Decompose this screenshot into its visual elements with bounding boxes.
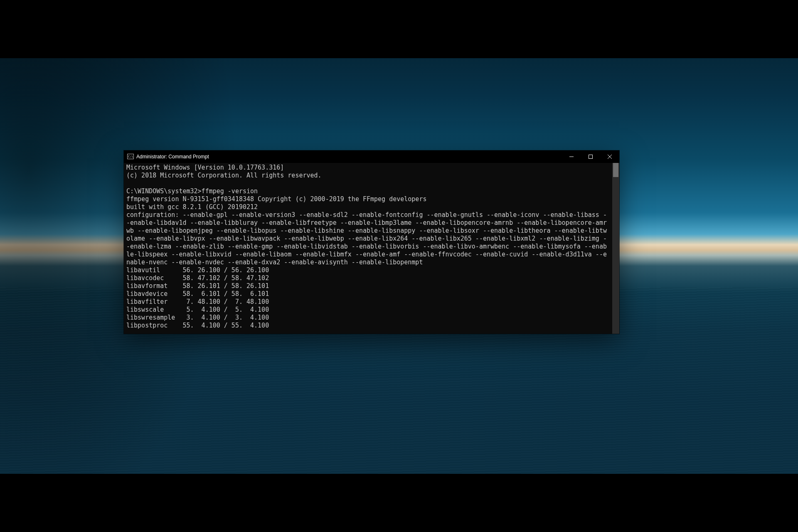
line-libavformat: libavformat 58. 26.101 / 58. 26.101 [126, 282, 269, 290]
line-prompt: C:\WINDOWS\system32>ffmpeg -version [126, 187, 258, 195]
window-titlebar[interactable]: C:\ Administrator: Command Prompt [124, 150, 619, 163]
line-libswscale: libswscale 5. 4.100 / 5. 4.100 [126, 306, 269, 313]
line-libavutil: libavutil 56. 26.100 / 56. 26.100 [126, 266, 269, 274]
letterbox-top [0, 0, 798, 58]
command-prompt-window: C:\ Administrator: Command Prompt Micros… [124, 150, 619, 334]
maximize-button[interactable] [581, 150, 600, 163]
vertical-scrollbar[interactable] [612, 163, 619, 334]
svg-text:C:\: C:\ [128, 155, 133, 158]
line-libavfilter: libavfilter 7. 48.100 / 7. 48.100 [126, 298, 269, 305]
line-ffmpeg-config: configuration: --enable-gpl --enable-ver… [126, 211, 607, 266]
line-libswresample: libswresample 3. 4.100 / 3. 4.100 [126, 314, 269, 321]
line-copyright: (c) 2018 Microsoft Corporation. All righ… [126, 172, 322, 179]
line-libavdevice: libavdevice 58. 6.101 / 58. 6.101 [126, 290, 269, 298]
minimize-button[interactable] [562, 150, 581, 163]
terminal-client-area: Microsoft Windows [Version 10.0.17763.31… [124, 163, 619, 334]
window-title: Administrator: Command Prompt [136, 154, 209, 160]
line-libpostproc: libpostproc 55. 4.100 / 55. 4.100 [126, 322, 269, 329]
terminal-output[interactable]: Microsoft Windows [Version 10.0.17763.31… [124, 164, 612, 330]
letterbox-bottom [0, 474, 798, 532]
line-libavcodec: libavcodec 58. 47.102 / 58. 47.102 [126, 274, 269, 282]
close-button[interactable] [600, 150, 619, 163]
line-os-version: Microsoft Windows [Version 10.0.17763.31… [126, 164, 284, 171]
line-ffmpeg-built: built with gcc 8.2.1 (GCC) 20190212 [126, 203, 258, 211]
svg-rect-2 [589, 155, 593, 159]
scrollbar-thumb[interactable] [613, 163, 618, 177]
command-prompt-icon: C:\ [127, 153, 134, 160]
line-ffmpeg-version: ffmpeg version N-93151-gff03418348 Copyr… [126, 195, 426, 203]
